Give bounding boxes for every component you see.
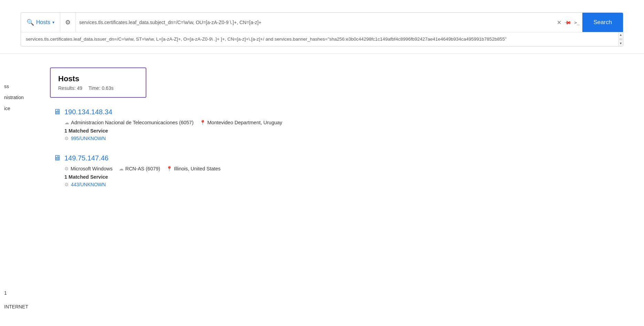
host-ip-link-2[interactable]: 149.75.147.46 xyxy=(64,154,108,162)
host-ip-row-2: 🖥 149.75.147.46 xyxy=(53,154,634,162)
service-link-1[interactable]: 995/UNKNOWN xyxy=(71,136,106,141)
pin-icon[interactable]: 📌 xyxy=(564,18,572,26)
settings-button[interactable]: ⚙ xyxy=(60,13,76,32)
os-icon-2: ⚙ xyxy=(64,166,69,171)
query-scrollbar[interactable]: ▲ ▼ xyxy=(618,32,623,46)
host-ip-row-1: 🖥 190.134.148.34 xyxy=(53,107,634,116)
scroll-down-arrow[interactable]: ▼ xyxy=(619,41,623,46)
host-location-2: 📍 Illinois, United States xyxy=(166,166,220,171)
gear-icon: ⚙ xyxy=(65,19,71,26)
query-line2-text: services.tls.certificates.leaf_data.issu… xyxy=(26,36,507,42)
service-link-row-2: ⚙ 443/UNKNOWN xyxy=(64,182,634,187)
scroll-up-arrow[interactable]: ▲ xyxy=(619,32,623,38)
chevron-down-icon: ▾ xyxy=(52,20,54,25)
cli-icon[interactable]: >_ xyxy=(574,20,580,25)
host-meta-row-1: ☁ Administracion Nacional de Telecomunic… xyxy=(64,120,634,125)
service-link-row-1: ⚙ 995/UNKNOWN xyxy=(64,136,634,141)
search-button[interactable]: Search xyxy=(582,13,623,32)
results-card-meta: Results: 49 Time: 0.63s xyxy=(58,85,138,91)
location-icon-2: 📍 xyxy=(166,166,172,171)
search-bar-expanded-query: services.tls.certificates.leaf_data.issu… xyxy=(21,32,623,46)
clear-icon[interactable]: ✕ xyxy=(557,19,561,26)
service-link-2[interactable]: 443/UNKNOWN xyxy=(71,182,106,187)
scroll-track[interactable] xyxy=(619,38,622,40)
results-time: Time: 0.63s xyxy=(89,85,114,91)
search-icon: 🔍 xyxy=(27,19,34,26)
matched-service-label-2: 1 Matched Service xyxy=(64,174,634,180)
service-gear-icon-2: ⚙ xyxy=(64,182,69,187)
sidebar-item-internet: INTERNET xyxy=(0,301,32,312)
host-org-2: RCN-AS (6079) xyxy=(125,166,160,171)
left-sidebar: ss nistration ice 1 INTERNET xyxy=(0,81,46,326)
search-input-area[interactable]: services.tls.certificates.leaf_data.subj… xyxy=(76,13,557,32)
host-entry-2: 🖥 149.75.147.46 ⚙ Microsoft Windows ☁ RC… xyxy=(50,154,634,187)
sidebar-item-administration: nistration xyxy=(0,92,46,103)
hosts-selector[interactable]: 🔍 Hosts ▾ xyxy=(21,13,60,32)
location-text-1: Montevideo Department, Uruguay xyxy=(207,120,282,125)
sidebar-item-ss: ss xyxy=(0,81,46,92)
content-area: Hosts Results: 49 Time: 0.63s 🖥 190.134.… xyxy=(0,61,644,207)
host-entry-1: 🖥 190.134.148.34 ☁ Administracion Nacion… xyxy=(50,107,634,141)
results-count-label: Results: 49 xyxy=(58,85,82,91)
host-org-1: Administracion Nacional de Telecomunicac… xyxy=(71,120,194,125)
os-text-2: Microsoft Windows xyxy=(71,166,113,171)
host-ip-link-1[interactable]: 190.134.148.34 xyxy=(64,108,112,116)
host-cloud-2: ☁ RCN-AS (6079) xyxy=(119,166,160,171)
host-meta-row-2: ⚙ Microsoft Windows ☁ RCN-AS (6079) 📍 Il… xyxy=(64,166,634,171)
results-card-title: Hosts xyxy=(58,74,138,83)
monitor-icon-1: 🖥 xyxy=(53,107,61,116)
service-gear-icon-1: ⚙ xyxy=(64,136,69,141)
results-card: Hosts Results: 49 Time: 0.63s xyxy=(50,67,146,98)
search-bar-container: 🔍 Hosts ▾ ⚙ services.tls.certificates.le… xyxy=(21,12,623,46)
location-icon-1: 📍 xyxy=(200,120,206,125)
divider xyxy=(0,53,644,54)
sidebar-item-ice: ice xyxy=(0,103,46,114)
host-os-2: ⚙ Microsoft Windows xyxy=(64,166,113,171)
host-cloud-1: ☁ Administracion Nacional de Telecomunic… xyxy=(64,120,194,125)
search-bar-top: 🔍 Hosts ▾ ⚙ services.tls.certificates.le… xyxy=(21,13,623,32)
search-icons-right: ✕ 📌 >_ xyxy=(557,19,582,26)
monitor-icon-2: 🖥 xyxy=(53,154,61,162)
sidebar-item-1: 1 xyxy=(0,287,11,298)
cloud-icon-2: ☁ xyxy=(119,166,124,171)
cloud-icon-1: ☁ xyxy=(64,120,69,125)
matched-service-label-1: 1 Matched Service xyxy=(64,128,634,134)
location-text-2: Illinois, United States xyxy=(174,166,220,171)
page-wrapper: 🔍 Hosts ▾ ⚙ services.tls.certificates.le… xyxy=(0,0,644,326)
hosts-label: Hosts xyxy=(36,19,50,25)
host-location-1: 📍 Montevideo Department, Uruguay xyxy=(200,120,282,125)
search-query-text: services.tls.certificates.leaf_data.subj… xyxy=(79,20,554,25)
